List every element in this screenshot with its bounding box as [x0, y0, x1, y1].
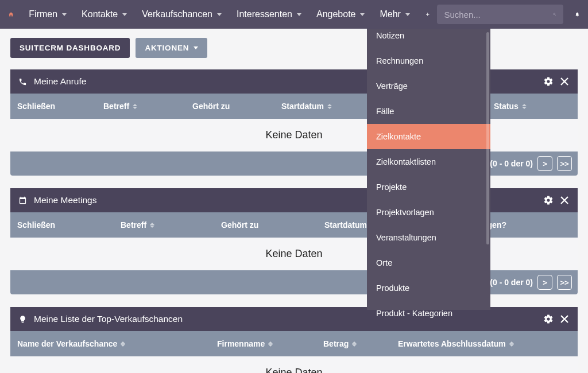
empty-message: Keine Daten: [10, 356, 578, 373]
top-nav: Firmen Kontakte Verkaufschancen Interess…: [0, 0, 588, 29]
home-icon[interactable]: [8, 7, 14, 21]
sort-icon: [352, 341, 357, 347]
nav-angebote[interactable]: Angebote: [311, 0, 371, 29]
panel-opportunities: Meine Liste der Top-Verkaufschancen Name…: [10, 307, 578, 373]
col-schliessen[interactable]: Schließen: [17, 102, 103, 111]
column-header-row: Name der Verkaufschance Firmenname Betra…: [10, 331, 578, 356]
chevron-down-icon: [217, 13, 222, 16]
empty-message: Keine Daten: [10, 238, 578, 270]
search-icon[interactable]: [553, 9, 556, 20]
plus-icon[interactable]: [425, 8, 430, 21]
close-icon[interactable]: [559, 314, 570, 324]
sort-icon: [133, 104, 137, 109]
action-row: SUITECRM DASHBOARD AKTIONEN: [10, 38, 578, 58]
dropdown-item-veranstaltungen[interactable]: Veranstaltungen: [367, 225, 490, 250]
chevron-down-icon: [360, 13, 365, 16]
main-content: SUITECRM DASHBOARD AKTIONEN Meine Anrufe…: [0, 29, 588, 373]
phone-icon: [18, 77, 27, 86]
pager-next[interactable]: >: [537, 156, 552, 171]
column-header-row: Schließen Betreff Gehört zu Startdatum t…: [10, 212, 578, 238]
panel-calls: Meine Anrufe Schließen Betreff Gehört zu…: [10, 69, 578, 176]
gear-icon[interactable]: [543, 195, 554, 205]
aktionen-label: AKTIONEN: [145, 44, 189, 52]
nav-label: Kontakte: [82, 9, 118, 20]
scrollbar[interactable]: [486, 32, 489, 244]
dropdown-item-produkt-kategorien[interactable]: Produkt - Kategorien: [367, 301, 490, 326]
chevron-down-icon: [194, 46, 198, 49]
panel-footer: < (0 - 0 der 0) > >>: [10, 151, 578, 176]
sort-icon: [121, 341, 125, 347]
col-gehoertzu[interactable]: Gehört zu: [192, 102, 281, 111]
close-icon[interactable]: [559, 76, 570, 87]
chevron-down-icon: [297, 13, 301, 16]
col-name[interactable]: Name der Verkaufschance: [17, 339, 217, 348]
search-input[interactable]: [444, 10, 553, 20]
dashboard-button[interactable]: SUITECRM DASHBOARD: [10, 38, 130, 58]
dropdown-item-projekte[interactable]: Projekte: [367, 174, 490, 200]
nav-mehr[interactable]: Mehr: [374, 0, 415, 29]
gear-icon[interactable]: [543, 76, 554, 87]
col-gehoertzu[interactable]: Gehört zu: [221, 220, 324, 230]
nav-kontakte[interactable]: Kontakte: [76, 0, 133, 29]
col-betrag[interactable]: Betrag: [323, 339, 398, 348]
col-abschlussdatum[interactable]: Erwartetes Abschlussdatum: [398, 339, 571, 348]
dropdown-item-zielkontakte[interactable]: Zielkontakte: [367, 124, 490, 149]
column-header-row: Schließen Betreff Gehört zu Startdatum S…: [10, 94, 578, 119]
mehr-dropdown: Notizen Rechnungen Verträge Fälle Zielko…: [367, 29, 490, 310]
col-betreff[interactable]: Betreff: [121, 220, 221, 230]
sort-icon: [268, 341, 273, 347]
sort-icon: [509, 341, 514, 347]
pager-next[interactable]: >: [537, 275, 552, 290]
chevron-down-icon: [62, 13, 67, 16]
col-bestaetigen[interactable]: tigen?: [482, 220, 571, 230]
dropdown-item-rechnungen[interactable]: Rechnungen: [367, 48, 490, 73]
dropdown-item-produkte[interactable]: Produkte: [367, 275, 490, 301]
pager-info: (0 - 0 der 0): [490, 278, 533, 287]
nav-firmen[interactable]: Firmen: [23, 0, 72, 29]
panel-footer: < (0 - 0 der 0) > >>: [10, 270, 578, 294]
panel-meetings: Meine Meetings Schließen Betreff Gehört …: [10, 188, 578, 294]
panel-header: Meine Anrufe: [10, 69, 578, 94]
calendar-icon: [18, 196, 27, 205]
empty-message: Keine Daten: [10, 119, 578, 151]
dropdown-item-zielkontaktlisten[interactable]: Zielkontaktlisten: [367, 149, 490, 174]
dropdown-item-faelle[interactable]: Fälle: [367, 99, 490, 124]
dropdown-item-orte[interactable]: Orte: [367, 250, 490, 275]
col-schliessen[interactable]: Schließen: [17, 220, 121, 230]
close-icon[interactable]: [559, 195, 570, 205]
lightbulb-icon: [18, 315, 27, 324]
panel-header: Meine Meetings: [10, 188, 578, 212]
chevron-down-icon: [405, 13, 410, 16]
pager-last[interactable]: >>: [557, 275, 572, 290]
dropdown-item-projektvorlagen[interactable]: Projektvorlagen: [367, 200, 490, 225]
aktionen-button[interactable]: AKTIONEN: [136, 38, 207, 58]
nav-label: Angebote: [316, 9, 356, 20]
col-firmenname[interactable]: Firmenname: [217, 339, 323, 348]
gear-icon[interactable]: [543, 314, 554, 324]
pager-info: (0 - 0 der 0): [490, 159, 533, 168]
sort-icon: [150, 223, 154, 228]
chevron-down-icon: [122, 13, 127, 16]
dropdown-item-vertraege[interactable]: Verträge: [367, 73, 490, 99]
panel-header: Meine Liste der Top-Verkaufschancen: [10, 307, 578, 331]
sort-icon: [327, 104, 332, 109]
nav-interessenten[interactable]: Interessenten: [231, 0, 307, 29]
nav-label: Firmen: [29, 9, 57, 20]
nav-verkaufschancen[interactable]: Verkaufschancen: [136, 0, 227, 29]
nav-label: Interessenten: [237, 9, 292, 20]
search-box[interactable]: [437, 5, 563, 24]
bell-icon[interactable]: [575, 9, 580, 20]
dropdown-item-notizen[interactable]: Notizen: [367, 29, 490, 48]
sort-icon: [522, 104, 527, 109]
nav-label: Mehr: [380, 9, 400, 20]
nav-label: Verkaufschancen: [142, 9, 212, 20]
col-betreff[interactable]: Betreff: [103, 102, 192, 111]
pager-last[interactable]: >>: [557, 156, 572, 171]
col-status[interactable]: Status: [494, 102, 571, 111]
